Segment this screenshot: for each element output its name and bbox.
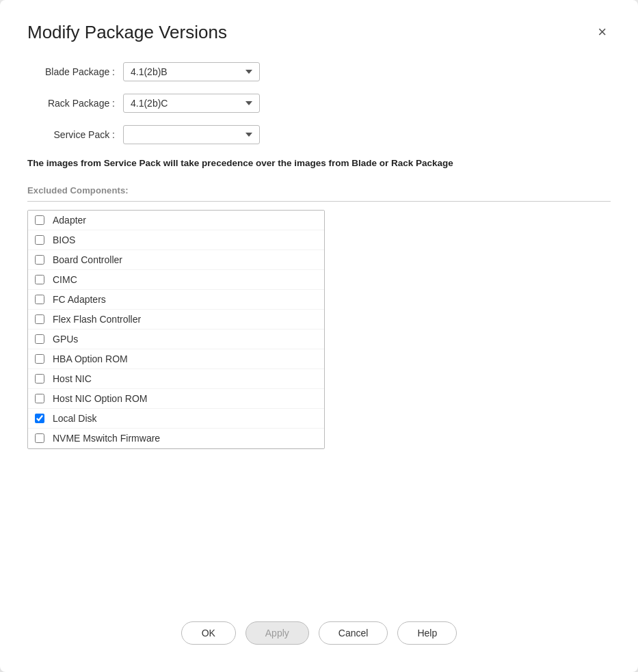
dialog-header: Modify Package Versions × — [27, 22, 611, 43]
list-item[interactable]: Local Disk — [28, 409, 324, 429]
list-item[interactable]: Adapter — [28, 211, 324, 230]
excluded-components-label: Excluded Components: — [27, 185, 611, 196]
checkbox-host-nic-option-rom[interactable] — [35, 394, 44, 403]
close-button[interactable]: × — [594, 22, 611, 42]
list-item[interactable]: BIOS — [28, 230, 324, 250]
cancel-button[interactable]: Cancel — [319, 621, 388, 645]
list-item[interactable]: Host NIC — [28, 369, 324, 389]
blade-package-select[interactable]: 4.1(2b)B 4.1(2b)A 4.1(2a) — [123, 62, 260, 81]
checkbox-board-controller[interactable] — [35, 255, 44, 265]
checkbox-label: HBA Option ROM — [53, 353, 128, 364]
checkbox-bios[interactable] — [35, 235, 44, 245]
rack-package-select[interactable]: 4.1(2b)C 4.1(2b)B 4.1(2a) — [123, 94, 260, 113]
service-pack-label: Service Pack : — [27, 129, 123, 140]
blade-package-row: Blade Package : 4.1(2b)B 4.1(2b)A 4.1(2a… — [27, 62, 611, 81]
checkbox-label: Board Controller — [53, 254, 122, 265]
list-item[interactable]: NVME Mswitch Firmware — [28, 429, 324, 448]
checkbox-hba-option-rom[interactable] — [35, 354, 44, 364]
checkbox-label: Flex Flash Controller — [53, 314, 141, 325]
dialog-title: Modify Package Versions — [27, 22, 227, 43]
checkbox-label: NVME Mswitch Firmware — [53, 433, 160, 444]
list-item[interactable]: FC Adapters — [28, 290, 324, 310]
list-item[interactable]: GPUs — [28, 330, 324, 349]
list-item[interactable]: Host NIC Option ROM — [28, 389, 324, 409]
list-item[interactable]: PSU — [28, 448, 324, 449]
checkbox-label: FC Adapters — [53, 294, 106, 305]
excluded-components-list[interactable]: AdapterBIOSBoard ControllerCIMCFC Adapte… — [27, 210, 325, 449]
excluded-components-section: Excluded Components: AdapterBIOSBoard Co… — [27, 185, 611, 449]
checkbox-label: Host NIC Option ROM — [53, 393, 147, 404]
checkbox-flex-flash-controller[interactable] — [35, 314, 44, 324]
checkbox-cimc[interactable] — [35, 275, 44, 284]
service-pack-row: Service Pack : — [27, 125, 611, 144]
checkbox-label: GPUs — [53, 334, 78, 345]
checkbox-local-disk[interactable] — [35, 414, 44, 423]
checkbox-label: Local Disk — [53, 413, 97, 424]
rack-package-label: Rack Package : — [27, 98, 123, 109]
checkbox-nvme-mswitch-firmware[interactable] — [35, 433, 44, 443]
checkbox-adapter[interactable] — [35, 215, 44, 225]
checkbox-label: BIOS — [53, 234, 75, 245]
list-item[interactable]: HBA Option ROM — [28, 349, 324, 369]
modify-package-versions-dialog: Modify Package Versions × Blade Package … — [0, 0, 638, 672]
dialog-footer: OK Apply Cancel Help — [27, 589, 611, 645]
excluded-divider — [27, 201, 611, 202]
service-pack-select[interactable] — [123, 125, 260, 144]
list-item[interactable]: Flex Flash Controller — [28, 310, 324, 330]
checkbox-label: Adapter — [53, 215, 86, 226]
checkbox-label: CIMC — [53, 274, 77, 285]
help-button[interactable]: Help — [397, 621, 457, 645]
checkbox-fc-adapters[interactable] — [35, 295, 44, 304]
list-item[interactable]: CIMC — [28, 270, 324, 290]
list-item[interactable]: Board Controller — [28, 250, 324, 270]
blade-package-label: Blade Package : — [27, 66, 123, 77]
notice-text: The images from Service Pack will take p… — [27, 157, 611, 170]
checkbox-gpus[interactable] — [35, 334, 44, 344]
ok-button[interactable]: OK — [181, 621, 236, 645]
rack-package-row: Rack Package : 4.1(2b)C 4.1(2b)B 4.1(2a) — [27, 94, 611, 113]
checkbox-label: Host NIC — [53, 373, 92, 384]
apply-button: Apply — [245, 621, 309, 645]
checkbox-host-nic[interactable] — [35, 374, 44, 384]
